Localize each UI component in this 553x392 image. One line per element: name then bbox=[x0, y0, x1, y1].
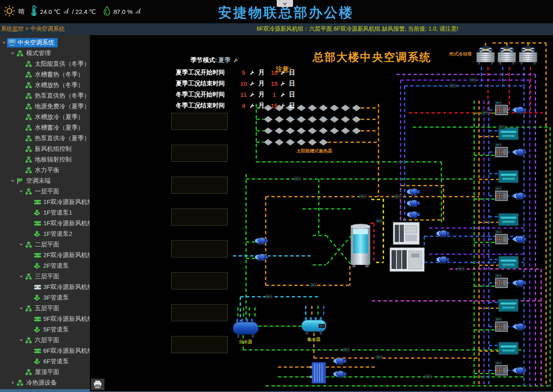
tree-item-icon bbox=[34, 209, 41, 216]
wrench-icon[interactable] bbox=[249, 81, 257, 86]
tree-item[interactable]: 水槽放冷（夏季） bbox=[0, 112, 90, 122]
breadcrumb[interactable]: 系统监控 > 中央空调系统 bbox=[1, 25, 65, 33]
tree-item[interactable]: 水槽蓄冷（夏季） bbox=[0, 122, 90, 133]
closed-cooling-towers[interactable]: 闭式冷却塔 bbox=[449, 47, 537, 65]
tree-expander-icon[interactable] bbox=[18, 274, 24, 278]
sun-icon bbox=[3, 5, 16, 18]
day-unit: 日 bbox=[288, 80, 299, 87]
tree-item[interactable]: 水力平衡 bbox=[0, 165, 90, 175]
tree-expander-icon[interactable] bbox=[18, 338, 24, 342]
tree-item[interactable]: 热泵直供热（冬季） bbox=[0, 90, 90, 101]
tree-item[interactable]: 5F双冷源新风机组 bbox=[0, 314, 90, 324]
tree-item[interactable]: 地板辐射控制 bbox=[0, 154, 90, 165]
tree-item[interactable]: 1F管道泵2 bbox=[0, 228, 90, 239]
wrench-icon[interactable] bbox=[280, 103, 288, 108]
tree-item[interactable]: 地源免费冷（夏季） bbox=[0, 101, 90, 112]
tree-item-icon bbox=[25, 71, 33, 78]
tree-item[interactable]: 一层平面 bbox=[0, 186, 90, 197]
tree-expander-icon[interactable] bbox=[9, 51, 16, 55]
month-unit: 月 bbox=[257, 69, 269, 76]
device-tree: 中央空调系统 模式管理 太阳能直供（冬季） 水槽蓄热（冬季） bbox=[0, 35, 90, 388]
tree-item-label: 1F管道泵1 bbox=[43, 209, 72, 217]
mode-button[interactable] bbox=[171, 304, 228, 321]
notes-title: 注意: bbox=[276, 65, 291, 74]
schedule-row: 夏季工况结束时间 10 月 15 日 bbox=[176, 78, 299, 89]
wrench-icon[interactable] bbox=[249, 103, 257, 108]
alert-message: 6F双冷源新风机组：六层平面.6F双冷源新风机组.缺风报警, 当前值: 1.0,… bbox=[257, 25, 458, 33]
chevron-down-icon bbox=[283, 3, 287, 5]
tree-item[interactable]: 屋顶平面 bbox=[0, 367, 90, 377]
schedule-label: 冬季工况结束时间 bbox=[176, 102, 238, 110]
sensor-readout-chips bbox=[266, 78, 505, 379]
tree-item-label: 6F管道泵 bbox=[43, 358, 69, 365]
wrench-icon[interactable] bbox=[280, 81, 288, 86]
tree-item[interactable]: 三层平面 bbox=[0, 271, 90, 282]
tree-item-icon bbox=[17, 50, 24, 56]
mode-button[interactable] bbox=[171, 177, 228, 194]
tree-item[interactable]: 新风机组控制 bbox=[0, 143, 90, 154]
tree-item[interactable]: 二层平面 bbox=[0, 239, 90, 250]
tree-expander-icon[interactable] bbox=[9, 381, 16, 385]
heat-pump-unit-1[interactable] bbox=[393, 222, 419, 244]
mode-button[interactable] bbox=[171, 272, 228, 289]
tree-item[interactable]: 1F双冷源新风机组2 bbox=[0, 218, 90, 228]
print-button[interactable] bbox=[91, 379, 105, 390]
tree-item[interactable]: 6F双冷源新风机组 bbox=[0, 345, 90, 356]
tree-item[interactable]: 五层平面 bbox=[0, 303, 90, 314]
tree-item[interactable]: 水槽放热（冬季） bbox=[0, 80, 90, 90]
mode-button[interactable] bbox=[171, 208, 228, 226]
solar-collector-field[interactable]: 太阳能槽式集热器 bbox=[264, 105, 361, 154]
tree-item[interactable]: 1F双冷源新风机组1 bbox=[0, 197, 90, 207]
tree-item[interactable]: 1F管道泵1 bbox=[0, 207, 90, 218]
tree-item[interactable]: 2F管道泵 bbox=[0, 260, 90, 271]
plate-heat-exchanger[interactable] bbox=[310, 362, 326, 383]
tree-item[interactable]: 空调末端 bbox=[0, 175, 90, 186]
tree-item[interactable]: 3F双冷源新风机组 bbox=[0, 282, 90, 292]
tree-item[interactable]: 六层平面 bbox=[0, 335, 90, 345]
tree-item[interactable]: 6F管道泵 bbox=[0, 356, 90, 367]
mode-button[interactable] bbox=[171, 145, 228, 162]
tree-item-icon bbox=[25, 103, 33, 110]
tree-item-label: 中央空调系统 bbox=[18, 39, 54, 47]
tree-item-icon bbox=[34, 358, 41, 365]
tree-item-icon bbox=[34, 199, 41, 205]
water-splitter-tank[interactable]: 分水器 bbox=[233, 319, 258, 344]
tree-expander-icon[interactable] bbox=[18, 306, 24, 310]
water-collector-tank[interactable]: 集水器 bbox=[302, 317, 326, 342]
tree-item[interactable]: 水槽蓄热（冬季） bbox=[0, 69, 90, 80]
cooling-tower-label: 闭式冷却塔 bbox=[449, 52, 472, 57]
tree-item[interactable]: 3F管道泵 bbox=[0, 292, 90, 303]
weather-widget: 晴 24.0 ℃ / 22.4 ℃ 87.0 % bbox=[3, 0, 141, 23]
tree-item[interactable]: 模式管理 bbox=[0, 48, 90, 58]
tree-expander-icon[interactable] bbox=[18, 242, 24, 246]
tree-expander-icon[interactable] bbox=[9, 179, 16, 183]
tree-item[interactable]: 5F管道泵 bbox=[0, 324, 90, 335]
wrench-icon[interactable] bbox=[249, 70, 257, 75]
thermometer-icon bbox=[31, 5, 37, 18]
wrench-icon[interactable] bbox=[249, 92, 257, 97]
water-collector-label: 集水器 bbox=[307, 337, 321, 342]
mode-button[interactable] bbox=[171, 113, 228, 130]
thermal-storage-tank[interactable] bbox=[351, 224, 370, 267]
tree-item[interactable]: 中央空调系统 bbox=[0, 37, 90, 48]
mode-button[interactable] bbox=[171, 240, 228, 258]
tree-item-label: 2F管道泵 bbox=[43, 262, 69, 270]
mode-button[interactable] bbox=[171, 336, 228, 353]
tree-item-icon bbox=[25, 92, 33, 99]
tree-item-icon bbox=[25, 156, 33, 163]
tree-item-label: 5F管道泵 bbox=[43, 326, 69, 334]
collapse-header-tab[interactable] bbox=[277, 0, 293, 7]
tree-item[interactable]: 热泵直供冷（夏季） bbox=[0, 133, 90, 143]
wrench-icon[interactable] bbox=[233, 58, 238, 63]
water-splitter-label: 分水器 bbox=[239, 339, 253, 344]
tree-item-label: 5F双冷源新风机组 bbox=[43, 315, 90, 323]
tree-expander-icon[interactable] bbox=[18, 189, 24, 193]
circulation-pumps[interactable] bbox=[255, 107, 526, 378]
tree-item[interactable]: 冷热源设备 bbox=[0, 377, 90, 388]
tree-item[interactable]: 2F双冷源新风机组 bbox=[0, 250, 90, 260]
tree-expander-icon[interactable] bbox=[1, 40, 7, 45]
wrench-icon[interactable] bbox=[280, 92, 288, 97]
heat-pump-unit-2[interactable] bbox=[390, 248, 424, 271]
tree-item-label: 水槽蓄冷（夏季） bbox=[35, 124, 84, 132]
tree-item[interactable]: 太阳能直供（冬季） bbox=[0, 58, 90, 69]
